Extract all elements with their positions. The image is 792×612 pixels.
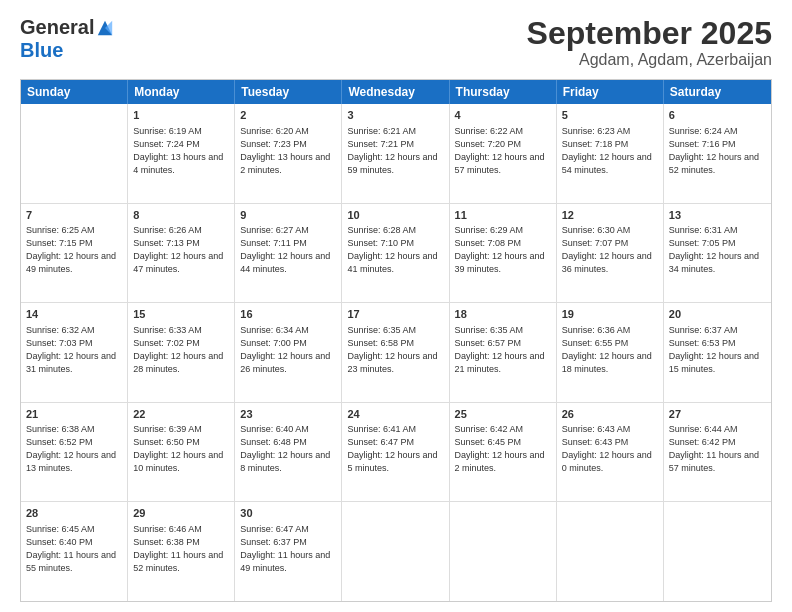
calendar-row-2: 14Sunrise: 6:32 AMSunset: 7:03 PMDayligh… xyxy=(21,303,771,403)
calendar-cell: 22Sunrise: 6:39 AMSunset: 6:50 PMDayligh… xyxy=(128,403,235,502)
header-day-friday: Friday xyxy=(557,80,664,104)
calendar-cell: 10Sunrise: 6:28 AMSunset: 7:10 PMDayligh… xyxy=(342,204,449,303)
cell-info: Sunrise: 6:22 AMSunset: 7:20 PMDaylight:… xyxy=(455,125,551,177)
cell-info: Sunrise: 6:25 AMSunset: 7:15 PMDaylight:… xyxy=(26,224,122,276)
calendar-cell xyxy=(450,502,557,601)
calendar-cell: 6Sunrise: 6:24 AMSunset: 7:16 PMDaylight… xyxy=(664,104,771,203)
calendar: SundayMondayTuesdayWednesdayThursdayFrid… xyxy=(20,79,772,602)
calendar-cell: 23Sunrise: 6:40 AMSunset: 6:48 PMDayligh… xyxy=(235,403,342,502)
calendar-cell: 8Sunrise: 6:26 AMSunset: 7:13 PMDaylight… xyxy=(128,204,235,303)
cell-info: Sunrise: 6:31 AMSunset: 7:05 PMDaylight:… xyxy=(669,224,766,276)
cell-info: Sunrise: 6:46 AMSunset: 6:38 PMDaylight:… xyxy=(133,523,229,575)
day-number: 14 xyxy=(26,307,122,322)
calendar-row-4: 28Sunrise: 6:45 AMSunset: 6:40 PMDayligh… xyxy=(21,502,771,601)
main-title: September 2025 xyxy=(527,16,772,51)
day-number: 24 xyxy=(347,407,443,422)
day-number: 22 xyxy=(133,407,229,422)
calendar-cell: 14Sunrise: 6:32 AMSunset: 7:03 PMDayligh… xyxy=(21,303,128,402)
day-number: 18 xyxy=(455,307,551,322)
day-number: 30 xyxy=(240,506,336,521)
calendar-cell: 25Sunrise: 6:42 AMSunset: 6:45 PMDayligh… xyxy=(450,403,557,502)
cell-info: Sunrise: 6:21 AMSunset: 7:21 PMDaylight:… xyxy=(347,125,443,177)
cell-info: Sunrise: 6:19 AMSunset: 7:24 PMDaylight:… xyxy=(133,125,229,177)
cell-info: Sunrise: 6:23 AMSunset: 7:18 PMDaylight:… xyxy=(562,125,658,177)
day-number: 11 xyxy=(455,208,551,223)
calendar-cell: 27Sunrise: 6:44 AMSunset: 6:42 PMDayligh… xyxy=(664,403,771,502)
day-number: 3 xyxy=(347,108,443,123)
cell-info: Sunrise: 6:26 AMSunset: 7:13 PMDaylight:… xyxy=(133,224,229,276)
cell-info: Sunrise: 6:35 AMSunset: 6:57 PMDaylight:… xyxy=(455,324,551,376)
calendar-cell: 1Sunrise: 6:19 AMSunset: 7:24 PMDaylight… xyxy=(128,104,235,203)
cell-info: Sunrise: 6:45 AMSunset: 6:40 PMDaylight:… xyxy=(26,523,122,575)
day-number: 23 xyxy=(240,407,336,422)
cell-info: Sunrise: 6:39 AMSunset: 6:50 PMDaylight:… xyxy=(133,423,229,475)
calendar-cell xyxy=(342,502,449,601)
header-day-monday: Monday xyxy=(128,80,235,104)
cell-info: Sunrise: 6:37 AMSunset: 6:53 PMDaylight:… xyxy=(669,324,766,376)
day-number: 26 xyxy=(562,407,658,422)
day-number: 8 xyxy=(133,208,229,223)
cell-info: Sunrise: 6:33 AMSunset: 7:02 PMDaylight:… xyxy=(133,324,229,376)
header: General Blue September 2025 Agdam, Agdam… xyxy=(20,16,772,69)
day-number: 27 xyxy=(669,407,766,422)
calendar-row-1: 7Sunrise: 6:25 AMSunset: 7:15 PMDaylight… xyxy=(21,204,771,304)
calendar-cell: 18Sunrise: 6:35 AMSunset: 6:57 PMDayligh… xyxy=(450,303,557,402)
day-number: 7 xyxy=(26,208,122,223)
day-number: 28 xyxy=(26,506,122,521)
cell-info: Sunrise: 6:44 AMSunset: 6:42 PMDaylight:… xyxy=(669,423,766,475)
cell-info: Sunrise: 6:36 AMSunset: 6:55 PMDaylight:… xyxy=(562,324,658,376)
day-number: 29 xyxy=(133,506,229,521)
calendar-cell: 15Sunrise: 6:33 AMSunset: 7:02 PMDayligh… xyxy=(128,303,235,402)
day-number: 10 xyxy=(347,208,443,223)
calendar-cell: 4Sunrise: 6:22 AMSunset: 7:20 PMDaylight… xyxy=(450,104,557,203)
day-number: 1 xyxy=(133,108,229,123)
cell-info: Sunrise: 6:41 AMSunset: 6:47 PMDaylight:… xyxy=(347,423,443,475)
calendar-cell xyxy=(21,104,128,203)
cell-info: Sunrise: 6:30 AMSunset: 7:07 PMDaylight:… xyxy=(562,224,658,276)
logo-general-text: General xyxy=(20,16,94,39)
calendar-cell: 13Sunrise: 6:31 AMSunset: 7:05 PMDayligh… xyxy=(664,204,771,303)
calendar-cell: 19Sunrise: 6:36 AMSunset: 6:55 PMDayligh… xyxy=(557,303,664,402)
day-number: 17 xyxy=(347,307,443,322)
cell-info: Sunrise: 6:43 AMSunset: 6:43 PMDaylight:… xyxy=(562,423,658,475)
day-number: 20 xyxy=(669,307,766,322)
day-number: 12 xyxy=(562,208,658,223)
cell-info: Sunrise: 6:27 AMSunset: 7:11 PMDaylight:… xyxy=(240,224,336,276)
calendar-cell: 21Sunrise: 6:38 AMSunset: 6:52 PMDayligh… xyxy=(21,403,128,502)
calendar-cell: 20Sunrise: 6:37 AMSunset: 6:53 PMDayligh… xyxy=(664,303,771,402)
cell-info: Sunrise: 6:32 AMSunset: 7:03 PMDaylight:… xyxy=(26,324,122,376)
cell-info: Sunrise: 6:29 AMSunset: 7:08 PMDaylight:… xyxy=(455,224,551,276)
day-number: 4 xyxy=(455,108,551,123)
calendar-cell: 26Sunrise: 6:43 AMSunset: 6:43 PMDayligh… xyxy=(557,403,664,502)
day-number: 16 xyxy=(240,307,336,322)
header-day-wednesday: Wednesday xyxy=(342,80,449,104)
header-day-saturday: Saturday xyxy=(664,80,771,104)
cell-info: Sunrise: 6:28 AMSunset: 7:10 PMDaylight:… xyxy=(347,224,443,276)
calendar-cell: 2Sunrise: 6:20 AMSunset: 7:23 PMDaylight… xyxy=(235,104,342,203)
calendar-cell: 3Sunrise: 6:21 AMSunset: 7:21 PMDaylight… xyxy=(342,104,449,203)
logo-icon xyxy=(96,19,114,37)
calendar-header: SundayMondayTuesdayWednesdayThursdayFrid… xyxy=(21,80,771,104)
calendar-cell: 30Sunrise: 6:47 AMSunset: 6:37 PMDayligh… xyxy=(235,502,342,601)
calendar-cell xyxy=(557,502,664,601)
day-number: 15 xyxy=(133,307,229,322)
calendar-cell: 9Sunrise: 6:27 AMSunset: 7:11 PMDaylight… xyxy=(235,204,342,303)
calendar-cell: 28Sunrise: 6:45 AMSunset: 6:40 PMDayligh… xyxy=(21,502,128,601)
header-day-tuesday: Tuesday xyxy=(235,80,342,104)
cell-info: Sunrise: 6:20 AMSunset: 7:23 PMDaylight:… xyxy=(240,125,336,177)
day-number: 2 xyxy=(240,108,336,123)
header-day-thursday: Thursday xyxy=(450,80,557,104)
calendar-cell: 16Sunrise: 6:34 AMSunset: 7:00 PMDayligh… xyxy=(235,303,342,402)
page: General Blue September 2025 Agdam, Agdam… xyxy=(0,0,792,612)
calendar-row-0: 1Sunrise: 6:19 AMSunset: 7:24 PMDaylight… xyxy=(21,104,771,204)
header-day-sunday: Sunday xyxy=(21,80,128,104)
cell-info: Sunrise: 6:42 AMSunset: 6:45 PMDaylight:… xyxy=(455,423,551,475)
calendar-cell: 11Sunrise: 6:29 AMSunset: 7:08 PMDayligh… xyxy=(450,204,557,303)
calendar-cell: 29Sunrise: 6:46 AMSunset: 6:38 PMDayligh… xyxy=(128,502,235,601)
cell-info: Sunrise: 6:34 AMSunset: 7:00 PMDaylight:… xyxy=(240,324,336,376)
calendar-cell: 17Sunrise: 6:35 AMSunset: 6:58 PMDayligh… xyxy=(342,303,449,402)
calendar-cell: 12Sunrise: 6:30 AMSunset: 7:07 PMDayligh… xyxy=(557,204,664,303)
subtitle: Agdam, Agdam, Azerbaijan xyxy=(527,51,772,69)
day-number: 9 xyxy=(240,208,336,223)
cell-info: Sunrise: 6:35 AMSunset: 6:58 PMDaylight:… xyxy=(347,324,443,376)
